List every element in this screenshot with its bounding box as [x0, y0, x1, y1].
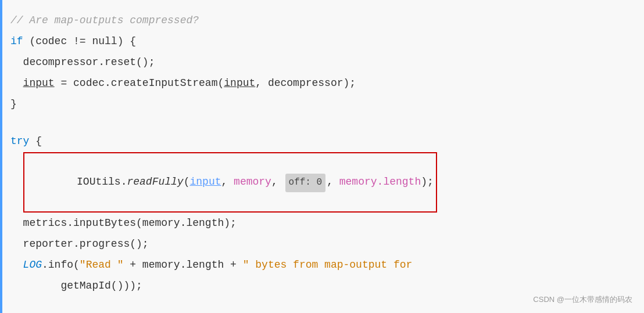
log-string-1: "Read " — [80, 256, 124, 275]
open-paren: ( — [184, 176, 190, 188]
try-brace: { — [29, 132, 42, 151]
getmapid-line: getMapId())); — [10, 275, 644, 296]
input-assign-line: input = codec.createInputStream(input, d… — [10, 73, 644, 94]
memory-length-param: memory.length — [333, 176, 421, 188]
getmapid-code: getMapId())); — [10, 276, 142, 296]
highlight-box: IOUtils.readFully(input, memory, off: 0,… — [23, 152, 437, 213]
log-string-2: " bytes from map-output for — [243, 256, 413, 275]
decompressor-reset-line: decompressor.reset(); — [10, 52, 644, 73]
reporter-code: reporter.progress(); — [10, 235, 149, 254]
decompressor-reset: decompressor.reset(); — [10, 53, 155, 72]
input-assign: = codec.createInputStream( — [55, 74, 224, 93]
closing-brace: } — [10, 95, 17, 114]
input-keyword-1: input — [23, 74, 55, 93]
comment-text: // Are map-outputs compressed? — [10, 11, 199, 30]
log-plus-1: + memory.length + — [123, 256, 242, 275]
watermark: CSDN @一位木带感情的码农 — [533, 294, 632, 305]
ioutils-prefix: IOUtils. — [77, 176, 127, 188]
off-badge: off: 0 — [285, 174, 326, 192]
input-lhs — [10, 74, 23, 93]
memory-param: memory — [234, 176, 271, 188]
code-block: // Are map-outputs compressed? if (codec… — [0, 10, 644, 296]
log-keyword: LOG — [23, 256, 42, 275]
indent-space — [10, 172, 23, 192]
log-line: LOG.info("Read " + memory.length + " byt… — [10, 254, 644, 275]
code-container: // Are map-outputs compressed? if (codec… — [0, 0, 644, 313]
closing-brace-line: } — [10, 94, 644, 115]
try-keyword: try — [10, 132, 29, 151]
left-border — [0, 0, 2, 313]
comma-1: , — [221, 176, 234, 188]
comma-3: , — [327, 176, 333, 188]
input-keyword-2: input — [224, 74, 255, 93]
input-rest: , decompressor); — [255, 74, 356, 93]
comma-2: , — [271, 176, 278, 188]
if-line: if (codec != null) { — [10, 31, 644, 52]
metrics-line: metrics.inputBytes(memory.length); — [10, 213, 644, 233]
metrics-code: metrics.inputBytes(memory.length); — [10, 214, 237, 233]
input-param: input — [189, 176, 221, 188]
readfully-method: readFully — [127, 176, 183, 188]
try-line: try { — [10, 131, 644, 152]
blank-line-1 — [10, 115, 644, 131]
reporter-line: reporter.progress(); — [10, 233, 644, 254]
if-condition: (codec != null) { — [23, 32, 136, 51]
ioutils-line: IOUtils.readFully(input, memory, off: 0,… — [10, 152, 644, 213]
close-paren: ); — [421, 176, 434, 188]
comment-line: // Are map-outputs compressed? — [10, 10, 644, 31]
log-method: .info( — [42, 256, 80, 275]
if-keyword: if — [10, 32, 23, 51]
indent-log — [10, 256, 23, 275]
